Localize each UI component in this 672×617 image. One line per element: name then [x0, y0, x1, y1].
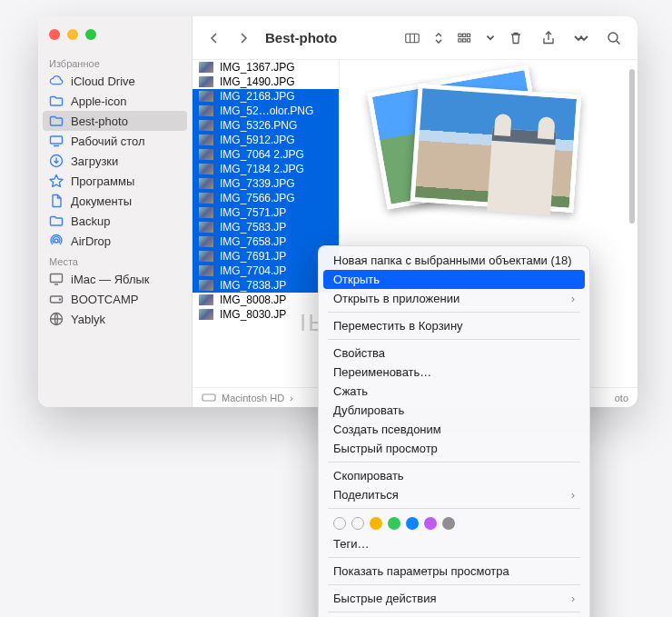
- file-row[interactable]: IMG_1490.JPG: [193, 75, 339, 89]
- image-thumbnail-icon: [198, 192, 214, 204]
- menu-rename[interactable]: Переименовать…: [319, 363, 589, 382]
- file-row[interactable]: IMG_7064 2.JPG: [193, 147, 339, 162]
- airdrop-icon: [49, 234, 64, 248]
- svg-point-7: [59, 299, 60, 300]
- image-thumbnail-icon: [198, 61, 214, 74]
- forward-button[interactable]: [232, 27, 254, 49]
- sidebar-item[interactable]: Программы: [38, 171, 192, 191]
- sidebar-section-locations: Места: [38, 251, 192, 269]
- download-icon: [49, 154, 64, 168]
- file-name: IMG_7658.JP: [220, 235, 286, 248]
- menu-trash[interactable]: Переместить в Корзину: [319, 316, 589, 335]
- sidebar-item[interactable]: BOOTCAMP: [38, 289, 192, 309]
- tag-color-dot[interactable]: [333, 517, 346, 530]
- image-thumbnail-icon: [198, 206, 214, 219]
- sidebar-item[interactable]: Загрузки: [38, 151, 192, 171]
- sidebar-item[interactable]: iMac — Яблык: [38, 269, 192, 289]
- file-row[interactable]: IMG_7658.JP: [193, 234, 339, 249]
- menu-quick-actions[interactable]: Быстрые действия›: [319, 589, 589, 608]
- sidebar-item-label: Backup: [71, 214, 110, 228]
- tag-color-dot[interactable]: [406, 517, 419, 530]
- window-controls: [38, 25, 192, 53]
- menu-info[interactable]: Свойства: [319, 343, 589, 363]
- share-button[interactable]: [536, 27, 561, 49]
- file-row[interactable]: IMG_7691.JP: [193, 249, 339, 264]
- menu-tags[interactable]: Теги…: [319, 534, 589, 553]
- file-name: IMG_7571.JP: [220, 206, 286, 219]
- menu-copy[interactable]: Скопировать: [319, 466, 589, 485]
- file-row[interactable]: IMG_5912.JPG: [193, 133, 339, 147]
- svg-rect-13: [463, 34, 466, 36]
- chevron-right-icon: ›: [290, 393, 293, 403]
- sidebar-item[interactable]: Backup: [38, 211, 192, 231]
- overflow-button[interactable]: [568, 27, 594, 49]
- file-name: IMG_1367.JPG: [220, 61, 295, 74]
- menu-open-with[interactable]: Открыть в приложении›: [319, 289, 589, 308]
- file-name: IMG_2168.JPG: [220, 90, 295, 103]
- sidebar-item[interactable]: Yablyk: [38, 309, 192, 329]
- file-row[interactable]: IMG_7339.JPG: [193, 176, 339, 191]
- file-name: IMG_7184 2.JPG: [220, 163, 304, 175]
- image-thumbnail-icon: [198, 308, 214, 321]
- tag-color-dot[interactable]: [351, 517, 364, 530]
- svg-point-3: [54, 239, 58, 243]
- apps-icon: [49, 174, 64, 188]
- view-menu-chevron-icon[interactable]: [432, 27, 445, 49]
- close-window-button[interactable]: [49, 29, 60, 40]
- file-row[interactable]: IMG_7583.JP: [193, 220, 339, 234]
- file-row[interactable]: IMG_7838.JP: [193, 278, 339, 293]
- file-row[interactable]: IMG_8030.JP: [193, 307, 339, 322]
- sidebar-item[interactable]: AirDrop: [38, 231, 192, 251]
- sidebar-item[interactable]: Рабочий стол: [38, 131, 192, 151]
- zoom-window-button[interactable]: [85, 29, 96, 40]
- image-thumbnail-icon: [198, 250, 214, 263]
- menu-share[interactable]: Поделиться›: [319, 485, 589, 504]
- group-menu-chevron-icon[interactable]: [485, 27, 496, 49]
- file-row[interactable]: IMG_7571.JP: [193, 205, 339, 220]
- cloud-icon: [49, 74, 64, 88]
- file-row[interactable]: IMG_52…olor.PNG: [193, 104, 339, 118]
- image-thumbnail-icon: [198, 163, 214, 175]
- sidebar-item[interactable]: Документы: [38, 191, 192, 211]
- chevron-right-icon: ›: [571, 592, 575, 605]
- menu-quicklook[interactable]: Быстрый просмотр: [319, 439, 589, 458]
- minimize-window-button[interactable]: [67, 29, 78, 40]
- file-row[interactable]: IMG_7704.JP: [193, 264, 339, 278]
- file-row[interactable]: IMG_7566.JPG: [193, 191, 339, 205]
- tag-color-dot[interactable]: [442, 517, 455, 530]
- file-row[interactable]: IMG_1367.JPG: [193, 60, 339, 75]
- scrollbar[interactable]: [625, 60, 637, 387]
- file-row[interactable]: IMG_8008.JP: [193, 293, 339, 307]
- file-row[interactable]: IMG_7184 2.JPG: [193, 162, 339, 176]
- menu-view-options[interactable]: Показать параметры просмотра: [319, 562, 589, 581]
- disk-icon: [49, 292, 64, 306]
- svg-point-18: [608, 33, 618, 42]
- menu-new-folder[interactable]: Новая папка с выбранными объектами (18): [319, 251, 589, 270]
- sidebar-item[interactable]: iCloud Drive: [38, 71, 192, 91]
- chevron-right-icon: ›: [571, 293, 575, 305]
- back-button[interactable]: [203, 27, 225, 49]
- menu-open[interactable]: Открыть: [323, 270, 585, 289]
- file-name: IMG_5912.JPG: [220, 134, 295, 146]
- file-row[interactable]: IMG_5326.PNG: [193, 118, 339, 133]
- menu-tags-row[interactable]: [319, 513, 589, 534]
- tag-color-dot[interactable]: [370, 517, 382, 530]
- sidebar-item[interactable]: Apple-icon: [38, 91, 192, 111]
- menu-duplicate[interactable]: Дублировать: [319, 401, 589, 420]
- trash-button[interactable]: [503, 27, 529, 49]
- sidebar-item-label: AirDrop: [71, 234, 111, 248]
- menu-alias[interactable]: Создать псевдоним: [319, 420, 589, 439]
- tag-color-dot[interactable]: [388, 517, 400, 530]
- image-thumbnail-icon: [198, 177, 214, 190]
- menu-compress[interactable]: Сжать: [319, 382, 589, 401]
- tag-color-dot[interactable]: [424, 517, 437, 530]
- file-row[interactable]: IMG_2168.JPG: [193, 89, 339, 104]
- image-thumbnail-icon: [198, 264, 214, 277]
- sidebar-item[interactable]: Best-photo: [43, 111, 187, 131]
- svg-rect-12: [459, 34, 461, 36]
- search-button[interactable]: [601, 27, 627, 49]
- image-thumbnail-icon: [198, 119, 214, 132]
- file-name: IMG_7583.JP: [220, 221, 286, 234]
- view-columns-button[interactable]: [400, 27, 425, 49]
- group-button[interactable]: [452, 27, 478, 49]
